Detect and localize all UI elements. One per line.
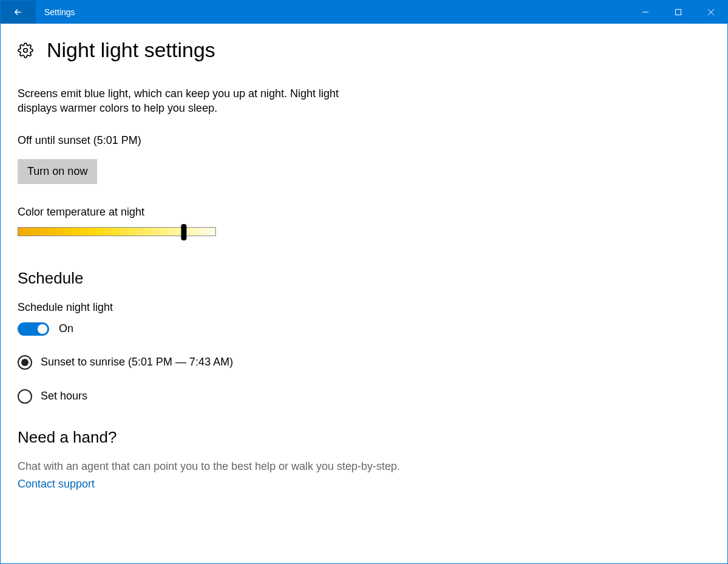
radio-icon-selected (18, 355, 32, 370)
radio-sunset-sunrise[interactable]: Sunset to sunrise (5:01 PM — 7:43 AM) (18, 355, 710, 370)
window-title: Settings (36, 1, 629, 24)
slider-thumb[interactable] (181, 224, 187, 240)
radio-set-hours[interactable]: Set hours (18, 389, 710, 404)
help-heading: Need a hand? (18, 428, 710, 447)
temperature-slider[interactable] (18, 227, 216, 236)
schedule-toggle-label: Schedule night light (18, 301, 710, 314)
help-description: Chat with an agent that can point you to… (18, 460, 710, 473)
close-button[interactable] (695, 1, 727, 24)
page-title: Night light settings (47, 38, 215, 62)
back-button[interactable] (1, 1, 36, 24)
svg-point-2 (24, 48, 28, 52)
status-text: Off until sunset (5:01 PM) (18, 134, 710, 147)
turn-on-button[interactable]: Turn on now (18, 159, 97, 184)
titlebar: Settings (1, 1, 727, 24)
radio-sunset-label: Sunset to sunrise (5:01 PM — 7:43 AM) (41, 356, 233, 369)
radio-set-hours-label: Set hours (41, 390, 87, 403)
minimize-button[interactable] (629, 1, 662, 24)
maximize-button[interactable] (662, 1, 695, 24)
content-area: Night light settings Screens emit blue l… (1, 24, 727, 505)
gear-icon (18, 42, 33, 58)
svg-rect-1 (676, 10, 681, 15)
page-header: Night light settings (18, 38, 710, 62)
window-controls (629, 1, 727, 24)
radio-icon-unselected (18, 389, 32, 404)
page-description: Screens emit blue light, which can keep … (18, 86, 339, 116)
temperature-label: Color temperature at night (18, 206, 710, 219)
schedule-heading: Schedule (18, 269, 710, 288)
schedule-toggle[interactable] (18, 322, 49, 336)
toggle-knob (38, 324, 47, 334)
contact-support-link[interactable]: Contact support (18, 478, 95, 490)
toggle-state-label: On (59, 322, 73, 335)
